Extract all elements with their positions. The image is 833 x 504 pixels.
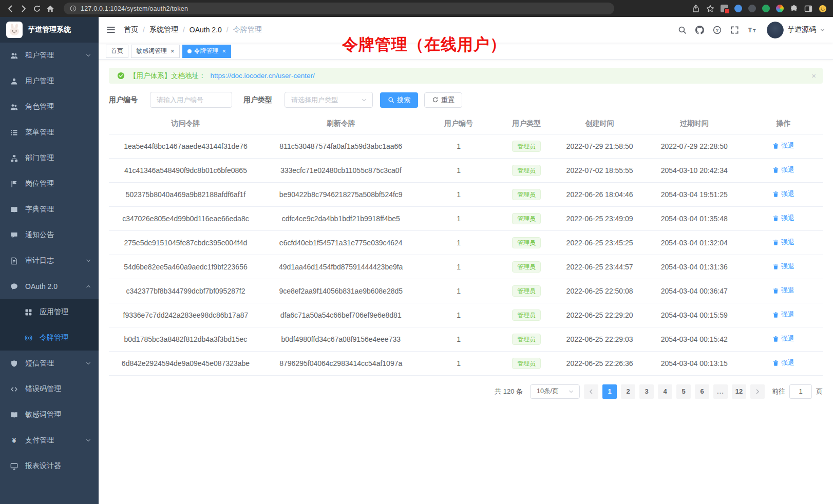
page-size-select[interactable]: 10条/页 — [530, 384, 580, 399]
table-row: 502375b8040a469a9b82188afdf6af1fbe90422b… — [109, 182, 823, 206]
pager-page-1[interactable]: 1 — [602, 384, 617, 399]
pager-page-12[interactable]: 12 — [732, 384, 746, 399]
prev-page-button[interactable] — [584, 384, 598, 399]
sidebar-item-sms[interactable]: 短信管理 — [0, 351, 99, 376]
force-logout-button[interactable]: 强退 — [772, 286, 794, 295]
side-panel-icon[interactable] — [804, 5, 812, 13]
star-icon[interactable] — [706, 5, 714, 13]
sidebar-item-sensitive-word[interactable]: 敏感词管理 — [0, 402, 99, 428]
extension-red-badge-icon[interactable] — [721, 5, 728, 12]
extension-rainbow-icon[interactable] — [776, 5, 784, 12]
search-icon[interactable] — [678, 26, 687, 34]
sidebar-item-post[interactable]: 岗位管理 — [0, 171, 99, 197]
goto-page-input[interactable] — [789, 384, 812, 399]
user-type-label: 用户类型 — [243, 95, 272, 105]
puzzle-icon[interactable] — [790, 5, 798, 13]
caret-down-icon — [820, 27, 825, 33]
reload-icon[interactable] — [33, 5, 41, 13]
pager-more[interactable]: ... — [713, 384, 728, 399]
user-type-badge: 管理员 — [512, 237, 541, 248]
pager-page-2[interactable]: 2 — [621, 384, 635, 399]
force-logout-button[interactable]: 强退 — [772, 358, 794, 367]
trash-icon — [772, 191, 779, 198]
chevron-up-icon — [85, 283, 91, 289]
trash-icon — [772, 360, 779, 366]
user-type-select[interactable]: 请选择用户类型 — [285, 92, 373, 108]
tab-label: 令牌管理 — [194, 47, 219, 55]
extension-green-icon[interactable] — [762, 5, 770, 12]
next-page-button[interactable] — [750, 384, 765, 399]
sidebar-item-label: 角色管理 — [25, 102, 91, 111]
pager-page-5[interactable]: 5 — [676, 384, 691, 399]
sidebar-item-oauth2[interactable]: OAuth 2.0 — [0, 274, 99, 299]
reset-button[interactable]: 重置 — [424, 92, 462, 108]
create-time: 2022-06-26 18:04:46 — [566, 190, 633, 199]
column-header: 用户编号 — [420, 114, 498, 134]
forward-icon[interactable] — [20, 5, 28, 13]
pager-page-3[interactable]: 3 — [639, 384, 654, 399]
force-logout-button[interactable]: 强退 — [772, 310, 794, 319]
force-logout-button[interactable]: 强退 — [772, 214, 794, 223]
fullscreen-icon[interactable] — [730, 26, 739, 34]
pager-page-6[interactable]: 6 — [695, 384, 709, 399]
pager-page-4[interactable]: 4 — [658, 384, 672, 399]
sidebar-item-role[interactable]: 角色管理 — [0, 94, 99, 120]
tab-home[interactable]: 首页 — [106, 45, 128, 58]
hamburger-icon[interactable] — [106, 25, 116, 34]
refresh-token: 49d1aa46d1454fbd87591444423be9fa — [279, 263, 403, 271]
breadcrumb-item[interactable]: 首页 — [124, 25, 138, 34]
tab-token[interactable]: 令牌管理× — [182, 45, 232, 58]
force-logout-button[interactable]: 强退 — [772, 238, 794, 247]
force-logout-button[interactable]: 强退 — [772, 262, 794, 271]
breadcrumb-item: 令牌管理 — [233, 25, 262, 34]
sidebar-item-audit-log[interactable]: 审计日志 — [0, 248, 99, 274]
search-form: 用户编号 用户类型 请选择用户类型 搜索 重置 — [109, 92, 823, 108]
sidebar-item-dept[interactable]: 部门管理 — [0, 145, 99, 171]
sidebar-item-label: 敏感词管理 — [25, 410, 91, 419]
breadcrumb-item[interactable]: 系统管理 — [149, 25, 178, 34]
search-button[interactable]: 搜索 — [380, 92, 418, 108]
user-id-input[interactable] — [150, 92, 232, 108]
app-logo-row[interactable]: 芋道管理系统 — [0, 17, 99, 43]
force-logout-button[interactable]: 强退 — [772, 141, 794, 150]
table-header-row: 访问令牌刷新令牌用户编号用户类型创建时间过期时间操作 — [109, 114, 823, 134]
sidebar-item-report-designer[interactable]: 报表设计器 — [0, 453, 99, 479]
close-icon[interactable]: × — [222, 48, 226, 54]
alert-doc-link[interactable]: https://doc.iocoder.cn/user-center/ — [211, 72, 315, 80]
force-logout-button[interactable]: 强退 — [772, 334, 794, 343]
close-icon[interactable]: × — [171, 48, 175, 54]
people-icon — [10, 103, 18, 111]
user-menu[interactable]: 芋道源码 — [767, 22, 825, 38]
tab-sensitive-word[interactable]: 敏感词管理× — [131, 45, 180, 58]
extension-blue-icon[interactable] — [734, 5, 742, 12]
info-icon[interactable] — [70, 5, 77, 12]
sidebar-item-label: 岗位管理 — [25, 179, 91, 188]
sidebar-item-oauth2-token[interactable]: 令牌管理 — [0, 325, 99, 351]
font-size-icon[interactable]: TT — [748, 26, 756, 34]
sidebar-item-dict[interactable]: 字典管理 — [0, 197, 99, 222]
breadcrumb-item[interactable]: OAuth 2.0 — [190, 26, 222, 34]
sidebar-item-user[interactable]: 用户管理 — [0, 68, 99, 94]
force-logout-button[interactable]: 强退 — [772, 189, 794, 199]
profile-avatar[interactable] — [819, 5, 827, 13]
question-icon[interactable]: ? — [713, 26, 722, 34]
back-icon[interactable] — [6, 5, 14, 13]
github-icon[interactable] — [695, 26, 704, 34]
force-logout-button[interactable]: 强退 — [772, 165, 794, 175]
expire-time: 2054-03-04 01:32:04 — [661, 239, 728, 247]
svg-text:T: T — [748, 26, 752, 34]
address-bar[interactable]: 127.0.0.1:1024/system/oauth2/token — [64, 3, 614, 14]
sidebar-item-oauth2-app[interactable]: 应用管理 — [0, 299, 99, 325]
sidebar-item-error-code[interactable]: 错误码管理 — [0, 376, 99, 402]
sidebar-item-tenant[interactable]: 租户管理 — [0, 43, 99, 68]
close-icon[interactable]: × — [811, 71, 816, 80]
reset-button-label: 重置 — [441, 95, 455, 105]
main-area: 首页/系统管理/OAuth 2.0/令牌管理 ? TT 芋道源码 首页敏感词管理… — [99, 17, 833, 504]
home-icon[interactable] — [46, 5, 54, 13]
sidebar-item-menu[interactable]: 菜单管理 — [0, 120, 99, 145]
sidebar-item-notice[interactable]: 通知公告 — [0, 222, 99, 248]
sidebar-item-pay[interactable]: ¥支付管理 — [0, 428, 99, 453]
create-time: 2022-06-25 23:44:57 — [566, 263, 633, 271]
share-icon[interactable] — [692, 5, 700, 13]
extension-gray-icon[interactable] — [748, 5, 756, 12]
